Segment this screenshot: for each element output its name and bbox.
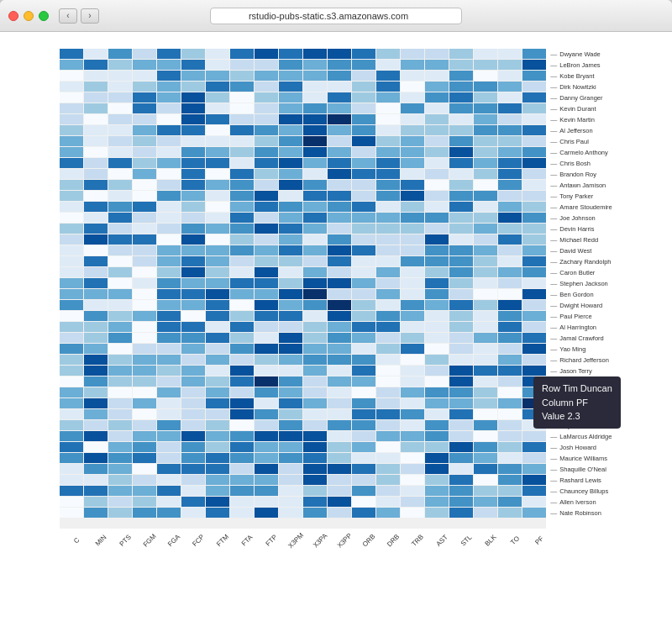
heatmap-cell[interactable] bbox=[206, 508, 229, 518]
heatmap-cell[interactable] bbox=[498, 420, 522, 430]
heatmap-cell[interactable] bbox=[425, 169, 449, 179]
heatmap-cell[interactable] bbox=[376, 158, 400, 168]
heatmap-cell[interactable] bbox=[522, 442, 546, 452]
heatmap-cell[interactable] bbox=[108, 136, 132, 146]
heatmap-cell[interactable] bbox=[206, 409, 229, 419]
heatmap-cell[interactable] bbox=[522, 420, 546, 430]
heatmap-cell[interactable] bbox=[279, 202, 302, 212]
heatmap-cell[interactable] bbox=[303, 180, 327, 190]
heatmap-cell[interactable] bbox=[352, 431, 375, 441]
heatmap-cell[interactable] bbox=[279, 234, 302, 245]
heatmap-cell[interactable] bbox=[449, 387, 473, 397]
heatmap-cell[interactable] bbox=[376, 453, 400, 463]
heatmap-cell[interactable] bbox=[376, 71, 400, 81]
heatmap-cell[interactable] bbox=[255, 278, 278, 288]
heatmap-cell[interactable] bbox=[522, 191, 546, 201]
heatmap-cell[interactable] bbox=[352, 376, 375, 387]
heatmap-cell[interactable] bbox=[498, 191, 522, 201]
back-button[interactable]: ‹ bbox=[59, 8, 77, 24]
heatmap-cell[interactable] bbox=[474, 453, 497, 463]
heatmap-cell[interactable] bbox=[108, 508, 132, 518]
heatmap-cell[interactable] bbox=[474, 442, 497, 452]
heatmap-cell[interactable] bbox=[133, 114, 156, 124]
heatmap-cell[interactable] bbox=[60, 71, 83, 81]
heatmap-cell[interactable] bbox=[401, 213, 424, 223]
heatmap-cell[interactable] bbox=[84, 497, 108, 507]
heatmap-cell[interactable] bbox=[279, 387, 302, 397]
heatmap-cell[interactable] bbox=[133, 333, 156, 343]
heatmap-cell[interactable] bbox=[108, 442, 132, 452]
heatmap-cell[interactable] bbox=[255, 234, 278, 245]
heatmap-cell[interactable] bbox=[133, 278, 156, 288]
heatmap-cell[interactable] bbox=[181, 71, 205, 81]
heatmap-cell[interactable] bbox=[522, 114, 546, 124]
heatmap-cell[interactable] bbox=[60, 442, 83, 452]
heatmap-cell[interactable] bbox=[425, 125, 449, 135]
heatmap-cell[interactable] bbox=[133, 311, 156, 321]
heatmap-cell[interactable] bbox=[230, 60, 254, 70]
heatmap-cell[interactable] bbox=[522, 486, 546, 496]
heatmap-cell[interactable] bbox=[230, 147, 254, 157]
heatmap-cell[interactable] bbox=[255, 125, 278, 135]
heatmap-cell[interactable] bbox=[108, 158, 132, 168]
heatmap-cell[interactable] bbox=[522, 311, 546, 321]
heatmap-cell[interactable] bbox=[474, 234, 497, 245]
heatmap-cell[interactable] bbox=[133, 256, 156, 266]
heatmap-cell[interactable] bbox=[133, 71, 156, 81]
heatmap-cell[interactable] bbox=[84, 60, 108, 70]
heatmap-cell[interactable] bbox=[401, 49, 424, 59]
heatmap-cell[interactable] bbox=[84, 234, 108, 245]
heatmap-cell[interactable] bbox=[474, 464, 497, 474]
heatmap-cell[interactable] bbox=[449, 147, 473, 157]
heatmap-cell[interactable] bbox=[255, 431, 278, 441]
heatmap-cell[interactable] bbox=[376, 497, 400, 507]
heatmap-cell[interactable] bbox=[376, 125, 400, 135]
heatmap-cell[interactable] bbox=[425, 464, 449, 474]
heatmap-cell[interactable] bbox=[425, 103, 449, 113]
heatmap-cell[interactable] bbox=[303, 322, 327, 332]
heatmap-cell[interactable] bbox=[328, 191, 351, 201]
heatmap-cell[interactable] bbox=[328, 398, 351, 408]
heatmap-cell[interactable] bbox=[279, 344, 302, 354]
heatmap-cell[interactable] bbox=[425, 475, 449, 485]
heatmap-cell[interactable] bbox=[255, 256, 278, 266]
heatmap-cell[interactable] bbox=[401, 453, 424, 463]
heatmap-cell[interactable] bbox=[279, 322, 302, 332]
heatmap-cell[interactable] bbox=[279, 245, 302, 255]
heatmap-cell[interactable] bbox=[84, 475, 108, 485]
heatmap-cell[interactable] bbox=[328, 475, 351, 485]
heatmap-cell[interactable] bbox=[401, 431, 424, 441]
heatmap-cell[interactable] bbox=[376, 398, 400, 408]
heatmap-cell[interactable] bbox=[181, 213, 205, 223]
heatmap-cell[interactable] bbox=[279, 278, 302, 288]
heatmap-cell[interactable] bbox=[157, 213, 181, 223]
heatmap-cell[interactable] bbox=[474, 256, 497, 266]
heatmap-cell[interactable] bbox=[498, 289, 522, 299]
heatmap-cell[interactable] bbox=[328, 103, 351, 113]
heatmap-cell[interactable] bbox=[255, 49, 278, 59]
heatmap-cell[interactable] bbox=[522, 71, 546, 81]
heatmap-cell[interactable] bbox=[206, 289, 229, 299]
heatmap-cell[interactable] bbox=[376, 191, 400, 201]
heatmap-cell[interactable] bbox=[84, 355, 108, 365]
heatmap-cell[interactable] bbox=[206, 333, 229, 343]
heatmap-cell[interactable] bbox=[449, 497, 473, 507]
heatmap-cell[interactable] bbox=[181, 202, 205, 212]
heatmap-cell[interactable] bbox=[425, 355, 449, 365]
heatmap-cell[interactable] bbox=[230, 311, 254, 321]
heatmap-cell[interactable] bbox=[425, 256, 449, 266]
heatmap-cell[interactable] bbox=[255, 508, 278, 518]
heatmap-cell[interactable] bbox=[449, 300, 473, 310]
heatmap-cell[interactable] bbox=[230, 497, 254, 507]
heatmap-cell[interactable] bbox=[157, 125, 181, 135]
heatmap-cell[interactable] bbox=[522, 267, 546, 277]
heatmap-cell[interactable] bbox=[352, 387, 375, 397]
heatmap-cell[interactable] bbox=[449, 202, 473, 212]
heatmap-cell[interactable] bbox=[133, 486, 156, 496]
heatmap-cell[interactable] bbox=[60, 431, 83, 441]
heatmap-cell[interactable] bbox=[279, 114, 302, 124]
heatmap-cell[interactable] bbox=[255, 398, 278, 408]
heatmap-cell[interactable] bbox=[522, 475, 546, 485]
heatmap-cell[interactable] bbox=[352, 191, 375, 201]
heatmap-cell[interactable] bbox=[401, 169, 424, 179]
